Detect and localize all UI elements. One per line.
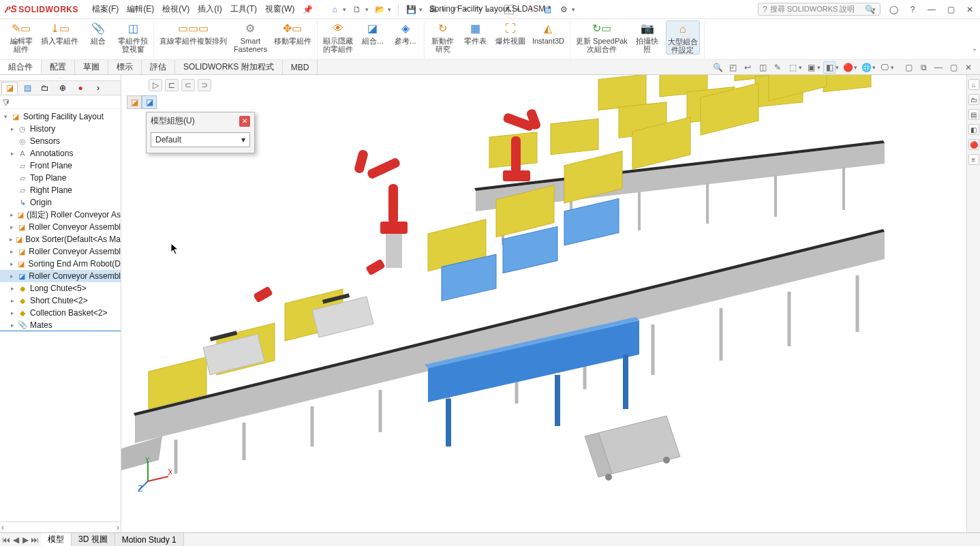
bottom-nav-prev-icon[interactable]: ◀ — [11, 535, 20, 545]
display-style-dropdown[interactable]: ▾ — [817, 64, 821, 71]
tree-root[interactable]: ▾◪Sorting Facility Layout — [0, 110, 121, 123]
menu-view[interactable]: 檢視(V) — [162, 3, 189, 15]
large-assembly-button[interactable]: ⌂大型組合 件設定 — [666, 20, 700, 55]
tree-annotations[interactable]: ▸AAnnotations — [0, 147, 121, 160]
tree-comp-4[interactable]: ▸◪Roller Conveyor Assembl — [0, 245, 121, 258]
tree-history[interactable]: ▸◷History — [0, 123, 121, 135]
pin-menu-icon[interactable]: 📌 — [303, 5, 313, 14]
insert-component-button[interactable]: ⤓▭插入零組件 — [40, 20, 80, 45]
bottom-nav-last-icon[interactable]: ⏭ — [30, 535, 40, 545]
panel-tab-property[interactable]: ▤ — [19, 82, 35, 94]
tab-mbd[interactable]: MBD — [283, 60, 318, 74]
save-dropdown[interactable]: ▾ — [419, 6, 423, 13]
expand-icon[interactable]: ▸ — [10, 309, 15, 316]
panel-tab-feature-tree[interactable]: ◪ — [1, 82, 18, 94]
expand-icon[interactable]: ▸ — [10, 297, 15, 304]
tree-mates[interactable]: ▸📎Mates — [0, 319, 121, 331]
user-icon[interactable]: ◯ — [887, 3, 900, 16]
tree-comp-7[interactable]: ▸◆Long Chute<5> — [0, 282, 121, 294]
exploded-view-button[interactable]: ⛶爆炸視圖 — [494, 20, 527, 45]
expand-icon[interactable]: ▸ — [10, 285, 15, 292]
tree-top-plane[interactable]: ▱Top Plane — [0, 172, 121, 184]
home-icon[interactable]: ⌂ — [329, 4, 340, 15]
panel-tab-display[interactable]: ● — [72, 82, 89, 94]
expand-icon[interactable]: ▸ — [10, 322, 15, 329]
new-doc-icon[interactable]: 🗋 — [352, 4, 363, 15]
bottom-tab-3dview[interactable]: 3D 視圖 — [72, 533, 115, 546]
settings-dropdown[interactable]: ▾ — [572, 6, 575, 13]
tab-assembly[interactable]: 組合件 — [0, 60, 42, 74]
instant3d-button[interactable]: ◭Instant3D — [531, 20, 566, 45]
menu-edit[interactable]: 編輯(E) — [127, 3, 154, 15]
tree-right-plane[interactable]: ▱Right Plane — [0, 184, 121, 196]
open-icon[interactable]: 📂 — [374, 4, 385, 15]
viewport-single-icon[interactable]: ▢ — [902, 61, 915, 74]
tree-comp-3[interactable]: ▸◪Box Sorter(Default<As Ma — [0, 233, 121, 245]
tree-front-plane[interactable]: ▱Front Plane — [0, 160, 121, 172]
expand-icon[interactable]: ▸ — [10, 150, 15, 157]
tree-comp-8[interactable]: ▸◆Short Chute<2> — [0, 294, 121, 307]
panel-grip[interactable]: ⋯ — [0, 75, 121, 80]
appearance-icon[interactable]: 🔴 — [842, 61, 854, 74]
help-icon[interactable]: ? — [906, 3, 919, 16]
menu-insert[interactable]: 插入(I) — [198, 3, 221, 15]
expand-icon[interactable]: ▸ — [10, 248, 14, 255]
tree-comp-1[interactable]: ▸◪(固定) Roller Conveyor As — [0, 209, 121, 221]
home-dropdown[interactable]: ▾ — [343, 6, 346, 13]
panel-tab-config[interactable]: 🗀 — [37, 82, 53, 94]
help-search[interactable]: ? 搜尋 SOLIDWORKS 說明 🔍 ▾ — [758, 3, 881, 16]
appearance-dropdown[interactable]: ▾ — [854, 64, 857, 71]
doc-restore-icon[interactable]: ▢ — [947, 61, 960, 74]
tab-addins[interactable]: SOLIDWORKS 附加程式 — [175, 60, 283, 74]
menu-tools[interactable]: 工具(T) — [230, 3, 257, 15]
open-dropdown[interactable]: ▾ — [388, 6, 391, 13]
tab-evaluate[interactable]: 評估 — [142, 60, 175, 74]
expand-icon[interactable]: ▾ — [3, 113, 8, 120]
menu-file[interactable]: 檔案(F) — [92, 3, 119, 15]
panel-tab-dim[interactable]: ⊕ — [55, 82, 71, 94]
smart-fasteners-button[interactable]: ⚙Smart Fasteners — [232, 20, 269, 53]
menu-window[interactable]: 視窗(W) — [265, 3, 294, 15]
expand-icon[interactable]: ▸ — [10, 236, 13, 243]
dynamic-annot-icon[interactable]: ✎ — [771, 61, 784, 74]
component-preview-button[interactable]: ◫零組件預 覽視窗 — [117, 20, 149, 53]
taskpane-view-icon[interactable]: ◧ — [968, 124, 979, 135]
search-dropdown[interactable]: ▾ — [872, 6, 876, 13]
window-minimize-icon[interactable]: — — [925, 3, 938, 16]
new-dropdown[interactable]: ▾ — [365, 6, 369, 13]
assembly-features-button[interactable]: ◪組合... — [358, 20, 387, 45]
tree-comp-6[interactable]: ▸◪Roller Conveyor Assembl — [0, 270, 121, 282]
window-close-icon[interactable]: ✕ — [964, 3, 976, 16]
tree-comp-5[interactable]: ▸◪Sorting End Arm Robot(D — [0, 258, 121, 270]
bottom-tab-model[interactable]: 模型 — [41, 533, 72, 546]
taskpane-props-icon[interactable]: ≡ — [968, 154, 979, 165]
new-motion-study-button[interactable]: ↻新動作 研究 — [429, 20, 457, 53]
taskpane-library-icon[interactable]: 🗀 — [968, 94, 979, 105]
tree-filter[interactable]: ▽▾ — [0, 95, 121, 109]
show-hidden-button[interactable]: 👁顯示隱藏 的零組件 — [322, 20, 354, 53]
graphics-viewport[interactable]: ▷ ⊏ ⊂ ⊃ ◪ ◪ 模型組態(U) ✕ Default ▾ — [121, 75, 966, 532]
taskpane-explorer-icon[interactable]: ▤ — [968, 109, 979, 120]
bottom-nav-next-icon[interactable]: ▶ — [20, 535, 30, 545]
tab-sketch[interactable]: 草圖 — [75, 60, 108, 74]
tree-sensors[interactable]: ◎Sensors — [0, 135, 121, 147]
filter-dropdown[interactable]: ▾ — [6, 99, 10, 106]
scene-dropdown[interactable]: ▾ — [872, 64, 876, 71]
hide-show-icon[interactable]: ◧ — [823, 61, 836, 74]
edit-component-button[interactable]: ✎▭編輯零 組件 — [7, 20, 35, 53]
reference-geometry-button[interactable]: ◈參考... — [391, 20, 420, 45]
expand-icon[interactable]: ▸ — [10, 224, 14, 230]
save-icon[interactable]: 💾 — [405, 4, 416, 15]
section-view-icon[interactable]: ◫ — [756, 61, 769, 74]
scroll-left-icon[interactable]: ‹ — [1, 523, 4, 532]
view-settings-icon[interactable]: 🖵 — [878, 61, 891, 74]
panel-scrollbar[interactable]: ‹› — [0, 521, 121, 532]
tab-markup[interactable]: 標示 — [108, 60, 142, 74]
move-component-button[interactable]: ✥▭移動零組件 — [273, 20, 313, 45]
tree-origin[interactable]: ↳Origin — [0, 196, 121, 209]
tab-layout[interactable]: 配置 — [42, 60, 75, 74]
scene-icon[interactable]: 🌐 — [860, 61, 872, 74]
zoom-area-icon[interactable]: ◰ — [726, 61, 739, 74]
ribbon-collapse-icon[interactable]: ˆ — [973, 48, 976, 58]
display-style-icon[interactable]: ▣ — [805, 61, 817, 74]
